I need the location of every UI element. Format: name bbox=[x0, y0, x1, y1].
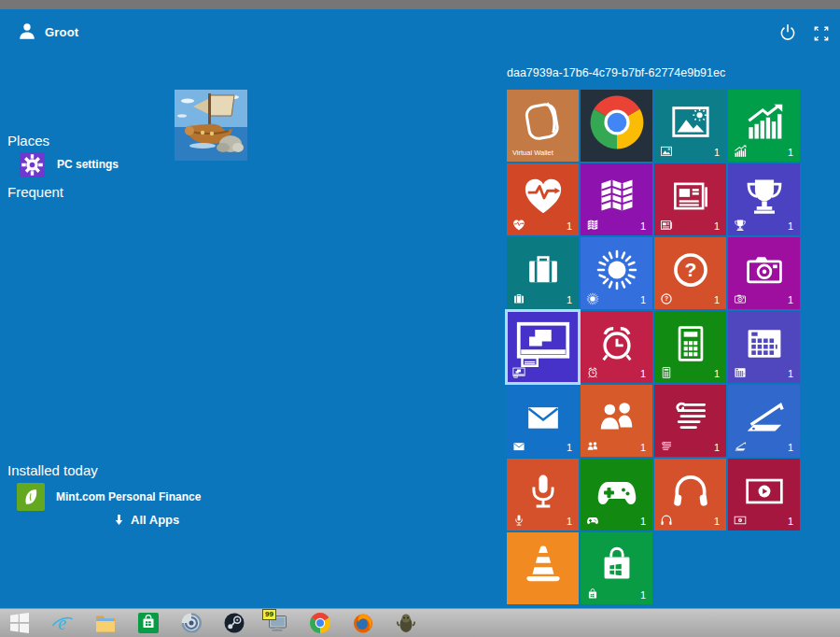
microphone-mini-icon bbox=[512, 514, 525, 527]
taskbar-media-swirl-app[interactable] bbox=[180, 612, 203, 634]
all-apps-button[interactable]: All Apps bbox=[113, 513, 179, 527]
expand-start-button[interactable] bbox=[813, 25, 830, 42]
alarm-mini-icon bbox=[586, 366, 599, 379]
tile-camera[interactable]: 1 bbox=[728, 237, 800, 309]
headphones-mini-icon bbox=[660, 514, 673, 527]
tile-weather[interactable]: 1 bbox=[581, 237, 652, 309]
steam-icon bbox=[223, 612, 245, 634]
taskbar-file-explorer[interactable] bbox=[94, 612, 117, 634]
svg-text:e: e bbox=[58, 613, 66, 633]
photos-mini-icon bbox=[660, 145, 673, 158]
tile-badge-count: 1 bbox=[788, 442, 793, 453]
tile-music[interactable]: 1 bbox=[654, 459, 726, 531]
tile-badge-count: 1 bbox=[567, 294, 572, 305]
tile-sports[interactable]: 1 bbox=[728, 163, 800, 235]
news-mini-icon bbox=[660, 219, 673, 232]
mail-mini-icon bbox=[512, 440, 525, 453]
user-icon bbox=[17, 21, 37, 42]
camera-mini-icon bbox=[734, 292, 747, 305]
firefox-icon bbox=[352, 612, 374, 634]
tile-games[interactable]: 1 bbox=[581, 459, 652, 531]
taskbar-store[interactable] bbox=[137, 612, 160, 634]
store-tb-icon bbox=[137, 612, 160, 634]
tile-news[interactable]: 1 bbox=[654, 163, 726, 235]
tile-badge-count: 1 bbox=[640, 368, 646, 379]
taskbar-firefox[interactable] bbox=[352, 612, 374, 634]
tile-alarms[interactable]: 1 bbox=[581, 311, 652, 383]
pirate-game-image[interactable] bbox=[175, 90, 247, 161]
installed-today-label: Installed today bbox=[7, 462, 98, 478]
tile-badge-count: 1 bbox=[714, 220, 720, 232]
sun-mini-icon bbox=[586, 292, 599, 305]
mint-app-item[interactable]: Mint.com Personal Finance bbox=[17, 483, 201, 511]
ie-icon: e bbox=[51, 612, 74, 634]
tile-help-tips[interactable]: ??1 bbox=[654, 237, 726, 309]
map-mini-icon bbox=[586, 219, 599, 232]
video-mini-icon bbox=[734, 514, 747, 527]
tile-sound-recorder[interactable]: 1 bbox=[507, 459, 579, 531]
tile-badge-count: 1 bbox=[714, 516, 720, 527]
pc-settings-item[interactable]: PC settings bbox=[16, 149, 119, 180]
trophy-mini-icon bbox=[734, 219, 747, 232]
tile-chrome[interactable] bbox=[581, 90, 652, 162]
taskbar-steam[interactable] bbox=[223, 612, 245, 634]
down-arrow-icon bbox=[113, 514, 125, 526]
taskbar-game-character-app[interactable] bbox=[395, 612, 417, 634]
tile-badge-count: 1 bbox=[640, 516, 646, 527]
tile-badge-count: 1 bbox=[567, 442, 572, 453]
tile-badge-count: 1 bbox=[714, 442, 720, 453]
tile-money[interactable]: 1 bbox=[728, 90, 800, 162]
tile-mail[interactable]: 1 bbox=[507, 385, 579, 457]
swirl-icon bbox=[180, 612, 203, 634]
tile-pc-desktop[interactable] bbox=[507, 311, 579, 383]
tile-scan[interactable]: 1 bbox=[728, 385, 800, 457]
tile-maps[interactable]: 1 bbox=[581, 163, 652, 235]
store-bag-mini-icon bbox=[586, 587, 599, 601]
tile-label: Virtual Wallet bbox=[512, 149, 553, 157]
tile-calculator[interactable]: 1 bbox=[654, 311, 726, 383]
tile-reading-list[interactable]: 1 bbox=[654, 385, 726, 457]
start-screen: { "window": { "user_name": "Groot" }, "l… bbox=[0, 0, 840, 637]
tile-badge-count: 1 bbox=[714, 147, 720, 158]
tile-badge-count: 1 bbox=[640, 220, 646, 232]
suitcase-mini-icon bbox=[512, 292, 525, 305]
desktop-mini-icon bbox=[512, 366, 525, 379]
tile-badge-count: 1 bbox=[788, 294, 793, 305]
tile-travel[interactable]: 1 bbox=[507, 237, 579, 309]
tile-badge-count: 1 bbox=[788, 147, 793, 158]
tile-people[interactable]: 1 bbox=[581, 385, 652, 457]
tile-store[interactable]: 1 bbox=[581, 532, 652, 604]
svg-text:?: ? bbox=[684, 259, 696, 280]
taskbar-chrome[interactable] bbox=[309, 612, 331, 634]
power-button[interactable] bbox=[778, 23, 797, 42]
folder-icon bbox=[94, 612, 117, 634]
taskbar-internet-explorer[interactable]: e bbox=[51, 612, 74, 634]
vlc-cone-icon bbox=[507, 532, 579, 604]
taskbar-system-monitor[interactable]: 99 bbox=[266, 612, 288, 634]
tile-group-title: daa7939a-17b6-4c79-b7bf-62774e9b91ec bbox=[507, 66, 725, 79]
tile-video[interactable]: 1 bbox=[728, 459, 800, 531]
tile-badge-count: 1 bbox=[714, 368, 720, 379]
tile-vlc[interactable] bbox=[507, 532, 579, 604]
tile-photos[interactable]: 1 bbox=[654, 90, 726, 162]
scan-mini-icon bbox=[734, 440, 747, 453]
user-account[interactable]: Groot bbox=[17, 21, 78, 42]
tile-badge-count: 1 bbox=[714, 294, 720, 305]
places-label: Places bbox=[7, 133, 49, 149]
tile-badge-count: 1 bbox=[567, 516, 572, 527]
tile-virtual-wallet[interactable]: Virtual Wallet bbox=[507, 90, 579, 162]
pirate-ship-artwork bbox=[175, 90, 247, 161]
tile-grid: Virtual Wallet11111111??11111111111111 bbox=[507, 90, 800, 604]
taskbar-start-button[interactable] bbox=[8, 612, 31, 634]
tile-badge-count: 1 bbox=[640, 442, 646, 453]
tile-health-fitness[interactable]: 1 bbox=[507, 163, 579, 235]
tile-calendar[interactable]: 1 bbox=[728, 311, 800, 383]
tile-badge-count: 1 bbox=[788, 368, 793, 379]
mint-app-label: Mint.com Personal Finance bbox=[56, 490, 201, 503]
all-apps-label: All Apps bbox=[131, 513, 179, 527]
chrome-icon bbox=[581, 90, 652, 162]
taskbar-badge: 99 bbox=[262, 609, 276, 620]
gear-icon bbox=[16, 149, 48, 180]
reading-list-mini-icon bbox=[660, 440, 673, 453]
creature-icon bbox=[395, 612, 417, 634]
